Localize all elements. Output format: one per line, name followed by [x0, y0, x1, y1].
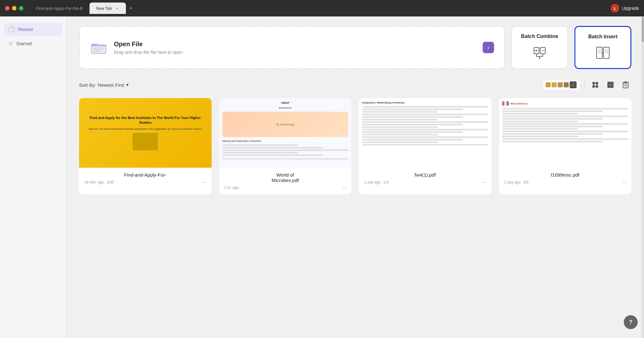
file-grid: Find and Apply for the Best Institutes I… [79, 98, 631, 194]
main-area: Open File Drag and drop the file here to… [66, 16, 644, 338]
upgrade-button[interactable]: L Upgrade [610, 4, 639, 13]
tab-bar: Find-and-Apply-For-the-B New Tab ✕ + [30, 3, 610, 14]
svg-rect-23 [596, 82, 598, 84]
file-thumbnail-3: Miscellaneous [499, 98, 632, 168]
delete-button[interactable] [620, 79, 631, 91]
star-icon: ☆ [8, 40, 13, 47]
svg-rect-33 [623, 83, 628, 88]
file-thumbnail-1: UBGP Endospores 🦠 Microbiology Staining … [219, 98, 352, 168]
sidebar: 🕐 Recent ☆ Starred [0, 16, 66, 338]
file-meta-2: 1 day ago 1/4 ··· [364, 179, 486, 185]
sort-value: Newest First [98, 82, 124, 88]
file-time-1: 1 hr. ago [224, 185, 239, 190]
file-more-button-2[interactable]: ··· [482, 179, 486, 185]
color-filter[interactable]: ‹ [543, 80, 579, 90]
file-name-0: Find-and-Apply-For- [84, 172, 207, 178]
file-more-button-3[interactable]: ··· [622, 179, 626, 185]
folder-icon [90, 39, 108, 56]
sort-dropdown[interactable]: Sort By: Newest First ▾ [79, 82, 129, 88]
open-file-card[interactable]: Open File Drag and drop the file here to… [79, 26, 505, 69]
sort-chevron-icon: ▾ [126, 82, 129, 88]
file-meta-1: 1 hr. ago ··· [224, 185, 347, 191]
titlebar: Find-and-Apply-For-the-B New Tab ✕ + L U… [0, 0, 644, 16]
file-info-0: Find-and-Apply-For- 18 min. ago 3/30 ··· [79, 168, 212, 189]
file-name-1: World of Microbes.pdf [224, 172, 347, 183]
svg-rect-25 [596, 85, 598, 88]
svg-rect-24 [592, 85, 595, 88]
color-dot-4 [564, 82, 569, 87]
clock-icon: 🕐 [8, 26, 15, 33]
close-button[interactable] [5, 6, 9, 10]
upgrade-label: Upgrade [622, 6, 639, 11]
user-avatar: L [610, 4, 619, 13]
batch-insert-icon [595, 45, 611, 61]
view-controls: ‹ [543, 79, 631, 91]
minimize-button[interactable] [12, 6, 16, 10]
color-dot-1 [546, 82, 551, 87]
file-name-3: f1099msc.pdf [504, 172, 627, 178]
help-button[interactable]: ? [624, 315, 638, 329]
color-dot-3 [558, 82, 563, 87]
scrollbar-thumb[interactable] [642, 17, 644, 42]
sidebar-item-recent[interactable]: 🕐 Recent [4, 23, 62, 36]
file-meta-left-3: 1 day ago 3/8 [504, 180, 529, 185]
list-view-button[interactable] [605, 79, 616, 91]
file-meta-3: 1 day ago 3/8 ··· [504, 179, 627, 185]
tab-2[interactable]: New Tab ✕ [90, 3, 126, 14]
file-pages-3: 3/8 [523, 180, 529, 185]
file-pages-0: 3/30 [107, 180, 114, 185]
file-info-2: fw4(1).pdf 1 day ago 1/4 ··· [359, 168, 492, 189]
open-file-arrow-button[interactable]: › [483, 42, 494, 53]
file-card-3[interactable]: Miscellaneous [499, 98, 632, 194]
file-name-2: fw4(1).pdf [364, 172, 486, 178]
svg-rect-28 [608, 85, 610, 88]
sidebar-recent-label: Recent [18, 27, 33, 32]
tab-2-label: New Tab [96, 6, 112, 11]
tab-close-icon[interactable]: ✕ [115, 6, 120, 11]
new-tab-button[interactable]: + [127, 4, 135, 13]
open-file-title: Open File [114, 41, 183, 48]
sort-bar: Sort By: Newest First ▾ ‹ [79, 79, 631, 91]
color-dot-2 [552, 82, 557, 87]
svg-rect-29 [611, 85, 613, 88]
file-card-0[interactable]: Find and Apply for the Best Institutes I… [79, 98, 212, 194]
sort-label-text: Sort By: [79, 82, 96, 88]
svg-point-9 [539, 58, 540, 59]
action-cards: Open File Drag and drop the file here to… [79, 26, 631, 69]
batch-combine-card[interactable]: Batch Combine [511, 26, 568, 69]
file-more-button-0[interactable]: ··· [202, 179, 206, 185]
file-pages-2: 1/4 [383, 180, 389, 185]
file-info-1: World of Microbes.pdf 1 hr. ago ··· [219, 168, 352, 194]
file-card-2[interactable]: Employee's Withholding Certificate [359, 98, 492, 194]
scrollbar-track [641, 16, 644, 338]
batch-insert-card[interactable]: Batch Insert [574, 26, 631, 69]
file-time-0: 18 min. ago [84, 180, 104, 185]
open-file-text: Open File Drag and drop the file here to… [114, 41, 183, 55]
app-body: 🕐 Recent ☆ Starred [0, 16, 644, 338]
svg-rect-26 [608, 82, 610, 84]
file-thumbnail-0: Find and Apply for the Best Institutes I… [79, 98, 212, 168]
svg-rect-27 [611, 82, 613, 84]
file-card-1[interactable]: UBGP Endospores 🦠 Microbiology Staining … [219, 98, 352, 194]
file-meta-left-1: 1 hr. ago [224, 185, 239, 190]
file-meta-left-2: 1 day ago 1/4 [364, 180, 388, 185]
maximize-button[interactable] [19, 6, 23, 10]
tab-1-label: Find-and-Apply-For-the-B [36, 6, 83, 11]
svg-rect-22 [592, 82, 595, 84]
file-meta-left-0: 18 min. ago 3/30 [84, 180, 114, 185]
file-thumbnail-2: Employee's Withholding Certificate [359, 98, 492, 168]
sidebar-item-starred[interactable]: ☆ Starred [4, 37, 62, 50]
batch-insert-title: Batch Insert [588, 34, 617, 40]
file-time-2: 1 day ago [364, 180, 381, 185]
file-time-3: 1 day ago [504, 180, 521, 185]
color-chevron-left-button[interactable]: ‹ [570, 81, 577, 88]
file-meta-0: 18 min. ago 3/30 ··· [84, 179, 207, 185]
tab-1[interactable]: Find-and-Apply-For-the-B [30, 3, 89, 14]
grid-view-button[interactable] [590, 79, 601, 91]
batch-combine-icon [531, 44, 548, 61]
divider [584, 80, 585, 89]
file-more-button-1[interactable]: ··· [342, 185, 346, 191]
file-info-3: f1099msc.pdf 1 day ago 3/8 ··· [499, 168, 632, 189]
open-file-subtitle: Drag and drop the file here to open [114, 50, 183, 55]
batch-combine-title: Batch Combine [521, 34, 558, 39]
